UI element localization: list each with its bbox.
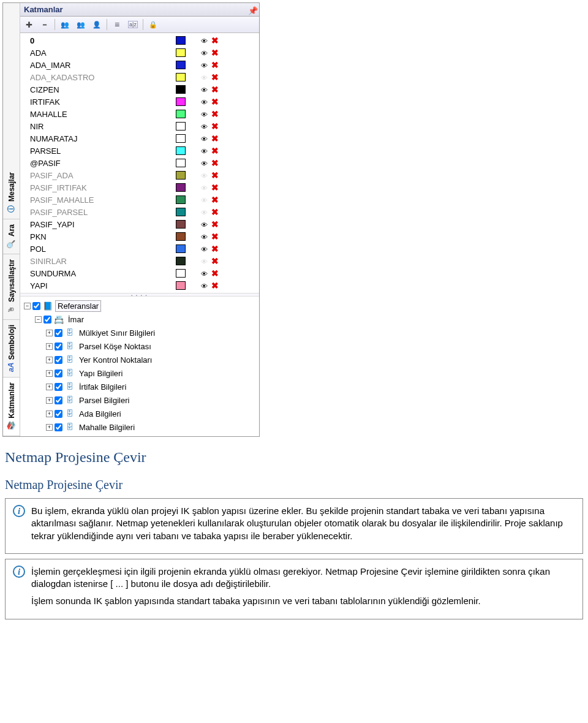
color-swatch[interactable] bbox=[176, 122, 186, 131]
pin-icon[interactable]: 📌 bbox=[248, 6, 255, 13]
delete-icon[interactable] bbox=[211, 85, 224, 94]
add-layer-button[interactable] bbox=[23, 18, 35, 31]
delete-icon[interactable] bbox=[211, 219, 224, 229]
layer-row[interactable]: PARSEL bbox=[23, 145, 257, 157]
visibility-icon[interactable] bbox=[197, 122, 211, 131]
color-swatch[interactable] bbox=[176, 159, 186, 167]
color-swatch[interactable] bbox=[176, 281, 186, 290]
expand-icon[interactable]: + bbox=[46, 343, 53, 350]
layer-row[interactable]: IRTIFAK bbox=[23, 96, 257, 108]
delete-icon[interactable] bbox=[211, 170, 224, 180]
layer-row[interactable]: MAHALLE bbox=[23, 108, 257, 120]
expand-icon[interactable]: + bbox=[46, 357, 53, 363]
tree-item[interactable]: +Mahalle Bilgileri bbox=[24, 420, 255, 434]
layer-name[interactable]: @PASIF bbox=[23, 159, 176, 168]
tool-list[interactable] bbox=[111, 18, 123, 31]
delete-icon[interactable] bbox=[211, 244, 224, 254]
layer-name[interactable]: SINIRLAR bbox=[23, 257, 176, 266]
tool-lock[interactable] bbox=[147, 18, 159, 31]
visibility-icon[interactable] bbox=[197, 281, 211, 290]
tree-root[interactable]: − Referanslar bbox=[24, 299, 255, 312]
expand-icon[interactable]: + bbox=[46, 424, 53, 431]
color-swatch[interactable] bbox=[176, 269, 186, 278]
visibility-icon[interactable] bbox=[197, 171, 211, 180]
collapse-icon[interactable]: − bbox=[35, 316, 42, 323]
visibility-icon[interactable] bbox=[197, 269, 211, 278]
layer-row[interactable]: ADA bbox=[23, 47, 257, 59]
color-swatch[interactable] bbox=[176, 257, 186, 265]
tab-ara[interactable]: 🔍 Ara bbox=[3, 219, 20, 254]
tree-checkbox[interactable] bbox=[55, 329, 62, 337]
tree-item-label[interactable]: Ada Bilgileri bbox=[77, 409, 123, 419]
color-swatch[interactable] bbox=[176, 220, 186, 229]
tree-item[interactable]: +İrtifak Bilgileri bbox=[24, 380, 255, 393]
tool-group-2[interactable] bbox=[75, 18, 87, 31]
visibility-icon[interactable] bbox=[197, 257, 211, 266]
layer-name[interactable]: IRTIFAK bbox=[23, 97, 176, 107]
layer-row[interactable]: NIR bbox=[23, 120, 257, 132]
tree-item[interactable]: +Yapı Bilgileri bbox=[24, 366, 255, 380]
layer-row[interactable]: NUMARATAJ bbox=[23, 132, 257, 145]
layer-row[interactable]: PASIF_IRTIFAK bbox=[23, 181, 257, 194]
tree-item-label[interactable]: Yer Kontrol Noktaları bbox=[77, 355, 154, 365]
tree-checkbox[interactable] bbox=[55, 343, 62, 350]
layer-name[interactable]: ADA_KADASTRO bbox=[23, 73, 176, 82]
tree-item-label[interactable]: Yapı Bilgileri bbox=[77, 368, 124, 379]
delete-icon[interactable] bbox=[211, 195, 224, 205]
tree-item-label[interactable]: Mülkiyet Sınır Bilgileri bbox=[77, 328, 157, 338]
layer-row[interactable]: PASIF_MAHALLE bbox=[23, 194, 257, 206]
tree-item[interactable]: +Parsel Bilgileri bbox=[24, 393, 255, 407]
layer-name[interactable]: PASIF_PARSEL bbox=[23, 208, 176, 217]
layer-row[interactable]: PKN bbox=[23, 230, 257, 243]
remove-layer-button[interactable] bbox=[39, 18, 51, 31]
color-swatch[interactable] bbox=[176, 146, 186, 155]
delete-icon[interactable] bbox=[211, 48, 224, 58]
visibility-icon[interactable] bbox=[197, 110, 211, 119]
layer-row[interactable]: YAPI bbox=[23, 279, 257, 292]
tool-sort-az[interactable] bbox=[127, 18, 139, 31]
visibility-icon[interactable] bbox=[197, 61, 211, 70]
layer-row[interactable]: @PASIF bbox=[23, 157, 257, 169]
layer-name[interactable]: SUNDURMA bbox=[23, 269, 176, 278]
layer-name[interactable]: NIR bbox=[23, 122, 176, 131]
visibility-icon[interactable] bbox=[197, 208, 211, 217]
color-swatch[interactable] bbox=[176, 85, 186, 94]
tree-checkbox[interactable] bbox=[55, 369, 62, 377]
tree-checkbox[interactable] bbox=[55, 383, 62, 391]
layer-row[interactable]: CIZPEN bbox=[23, 83, 257, 96]
layer-row[interactable]: SINIRLAR bbox=[23, 255, 257, 267]
layer-name[interactable]: PARSEL bbox=[23, 146, 176, 156]
visibility-icon[interactable] bbox=[197, 134, 211, 143]
tab-sayisallastir[interactable]: 🖱 Sayısallaştır bbox=[3, 254, 20, 320]
delete-icon[interactable] bbox=[211, 256, 224, 266]
expand-icon[interactable]: + bbox=[46, 397, 53, 404]
tree-root-label[interactable]: Referanslar bbox=[55, 300, 101, 312]
tree-item[interactable]: +Ada Bilgileri bbox=[24, 407, 255, 420]
visibility-icon[interactable] bbox=[197, 73, 211, 82]
color-swatch[interactable] bbox=[176, 73, 186, 81]
visibility-icon[interactable] bbox=[197, 85, 211, 94]
layer-name[interactable]: PASIF_IRTIFAK bbox=[23, 183, 176, 192]
layer-name[interactable]: POL bbox=[23, 244, 176, 254]
delete-icon[interactable] bbox=[211, 72, 224, 82]
color-swatch[interactable] bbox=[176, 48, 186, 57]
tab-katmanlar[interactable]: Katmanlar bbox=[3, 377, 20, 436]
tree-checkbox[interactable] bbox=[55, 356, 62, 364]
expand-icon[interactable]: + bbox=[46, 411, 53, 417]
tree-check-root[interactable] bbox=[32, 302, 40, 310]
tree-item-label[interactable]: Mahalle Bilgileri bbox=[77, 422, 137, 433]
layer-name[interactable]: PASIF_ADA bbox=[23, 171, 176, 180]
color-swatch[interactable] bbox=[176, 171, 186, 180]
layer-name[interactable]: MAHALLE bbox=[23, 110, 176, 119]
layer-name[interactable]: YAPI bbox=[23, 281, 176, 290]
layer-row[interactable]: PASIF_PARSEL bbox=[23, 206, 257, 218]
layer-name[interactable]: NUMARATAJ bbox=[23, 134, 176, 143]
layer-row[interactable]: ADA_IMAR bbox=[23, 59, 257, 71]
color-swatch[interactable] bbox=[176, 110, 186, 118]
tree-item-label[interactable]: Parsel Bilgileri bbox=[77, 395, 131, 406]
layer-name[interactable]: PKN bbox=[23, 232, 176, 241]
visibility-icon[interactable] bbox=[197, 183, 211, 192]
tree-checkbox[interactable] bbox=[55, 423, 62, 431]
layer-name[interactable]: CIZPEN bbox=[23, 85, 176, 94]
visibility-icon[interactable] bbox=[197, 36, 211, 45]
